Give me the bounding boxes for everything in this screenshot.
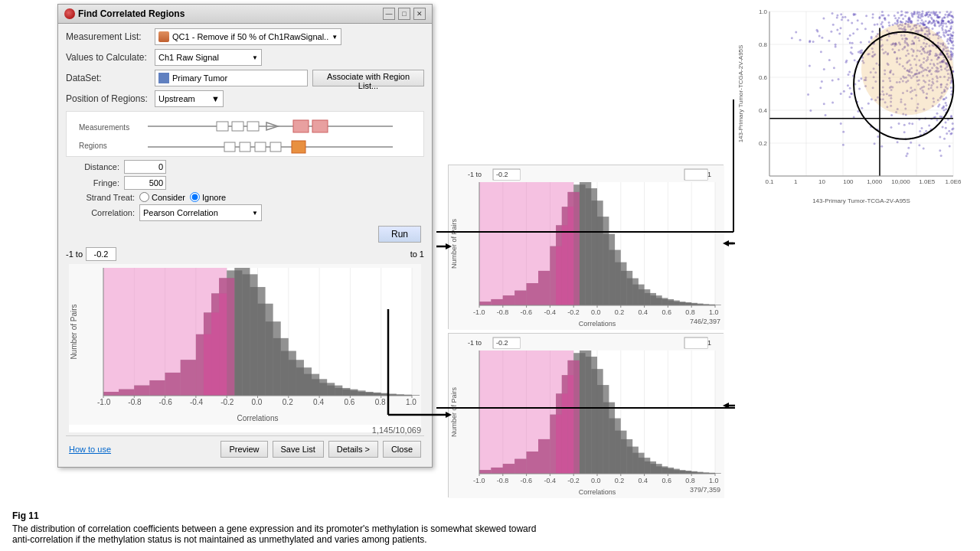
minimize-button[interactable]: — <box>383 8 395 20</box>
correlation-combo[interactable]: Pearson Correlation ▼ <box>139 204 262 221</box>
details-button[interactable]: Details > <box>328 441 378 458</box>
svg-rect-14 <box>292 141 305 153</box>
combo-arrow-icon2: ▼ <box>252 54 258 61</box>
corr-range-row: -1 to to 1 <box>66 247 424 261</box>
corr-arrow-icon: ▼ <box>252 210 258 217</box>
svg-rect-12 <box>255 142 266 152</box>
svg-rect-4 <box>232 122 243 131</box>
associate-region-button[interactable]: Associate with Region List... <box>312 70 424 86</box>
svg-rect-8 <box>312 120 328 132</box>
schematic-area: Measurements Regions <box>66 111 424 157</box>
run-area: Run <box>66 226 424 243</box>
close-button-bottom[interactable]: Close <box>383 441 421 458</box>
caption-text: The distribution of correlation coeffici… <box>12 523 968 545</box>
svg-rect-10 <box>224 142 235 152</box>
strand-consider-radio[interactable] <box>139 192 149 202</box>
strand-treat-row: Strand Treat: Consider Ignore <box>66 192 424 202</box>
strand-consider-label[interactable]: Consider <box>139 192 185 202</box>
find-correlated-regions-dialog: Find Correlated Regions — □ ✕ Measuremen… <box>57 4 433 468</box>
values-to-calc-row: Values to Calculate: Ch1 Raw Signal ▼ <box>66 49 424 66</box>
distance-input[interactable] <box>124 160 166 174</box>
window-controls: — □ ✕ <box>383 8 426 20</box>
svg-rect-5 <box>247 122 259 131</box>
range-to-label: to 1 <box>410 249 424 259</box>
measurement-list-value: QC1 - Remove if 50 % of Ch1RawSignal.. <box>172 32 328 41</box>
svg-rect-13 <box>270 142 281 152</box>
strand-consider-text: Consider <box>152 193 185 202</box>
dataset-value: Primary Tumor <box>172 73 227 83</box>
distance-label: Distance: <box>66 162 119 171</box>
values-to-calc-label: Values to Calculate: <box>66 52 150 63</box>
svg-text:Measurements: Measurements <box>79 123 129 132</box>
preview-button[interactable]: Preview <box>220 441 267 458</box>
fringe-input[interactable] <box>124 176 166 190</box>
position-arrow-icon: ▼ <box>211 94 220 103</box>
strand-ignore-label[interactable]: Ignore <box>190 192 226 202</box>
combo-arrow-icon: ▼ <box>332 34 338 41</box>
svg-rect-11 <box>240 142 250 152</box>
correlation-label: Correlation: <box>66 208 135 217</box>
svg-rect-3 <box>217 122 228 131</box>
scatter-plot-area <box>735 4 965 207</box>
fringe-label: Fringe: <box>66 178 119 187</box>
histogram-top <box>448 165 724 329</box>
values-to-calc-value: Ch1 Raw Signal <box>158 53 219 62</box>
range-from-label: -1 to <box>66 249 83 259</box>
action-buttons: Preview Save List Details > Close <box>220 441 421 458</box>
main-histogram-canvas <box>69 264 421 425</box>
distance-row: Distance: <box>66 160 424 174</box>
dialog-body: Measurement List: QC1 - Remove if 50 % o… <box>58 24 432 467</box>
range-from-input[interactable] <box>86 247 116 261</box>
how-to-use-link[interactable]: How to use <box>69 445 111 454</box>
svg-rect-7 <box>293 120 309 132</box>
measurement-list-label: Measurement List: <box>66 31 150 42</box>
bottom-buttons: How to use Preview Save List Details > C… <box>66 435 424 462</box>
position-row: Position of Regions: Upstream ▼ <box>66 90 424 107</box>
measurement-list-combo[interactable]: QC1 - Remove if 50 % of Ch1RawSignal.. ▼ <box>155 28 341 45</box>
schematic-svg: Measurements Regions <box>71 116 408 158</box>
measurement-list-row: Measurement List: QC1 - Remove if 50 % o… <box>66 28 424 45</box>
measurement-icon <box>158 31 169 42</box>
caption-title: Fig 11 <box>12 510 968 521</box>
fringe-row: Fringe: <box>66 176 424 190</box>
histogram-top-canvas <box>449 165 724 330</box>
values-to-calc-combo[interactable]: Ch1 Raw Signal ▼ <box>155 49 262 66</box>
dialog-title: Find Correlated Regions <box>64 8 185 19</box>
correlation-row: Correlation: Pearson Correlation ▼ <box>66 204 424 221</box>
position-combo[interactable]: Upstream ▼ <box>155 90 224 107</box>
histogram-bottom-canvas <box>449 334 724 498</box>
dialog-titlebar: Find Correlated Regions — □ ✕ <box>58 5 432 24</box>
app-icon <box>64 8 75 19</box>
scatter-canvas <box>735 4 965 207</box>
position-value: Upstream <box>158 94 195 103</box>
correlation-value: Pearson Correlation <box>143 208 218 217</box>
main-histogram: 1,145/10,069 <box>69 264 421 432</box>
close-button[interactable]: ✕ <box>413 8 426 20</box>
caption-area: Fig 11 The distribution of correlation c… <box>0 504 980 551</box>
save-list-button[interactable]: Save List <box>273 441 324 458</box>
position-label: Position of Regions: <box>66 93 150 104</box>
strand-ignore-radio[interactable] <box>190 192 200 202</box>
strand-treat-label: Strand Treat: <box>66 193 135 202</box>
strand-ignore-text: Ignore <box>202 193 226 202</box>
dataset-row: DataSet: Primary Tumor Associate with Re… <box>66 70 424 86</box>
histogram-bottom <box>448 333 724 497</box>
svg-text:Regions: Regions <box>79 142 107 150</box>
run-button[interactable]: Run <box>378 226 421 243</box>
dataset-combo[interactable]: Primary Tumor <box>155 70 308 86</box>
dataset-label: DataSet: <box>66 73 150 83</box>
dataset-icon <box>158 73 169 83</box>
main-hist-count: 1,145/10,069 <box>69 425 421 435</box>
restore-button[interactable]: □ <box>398 8 410 20</box>
